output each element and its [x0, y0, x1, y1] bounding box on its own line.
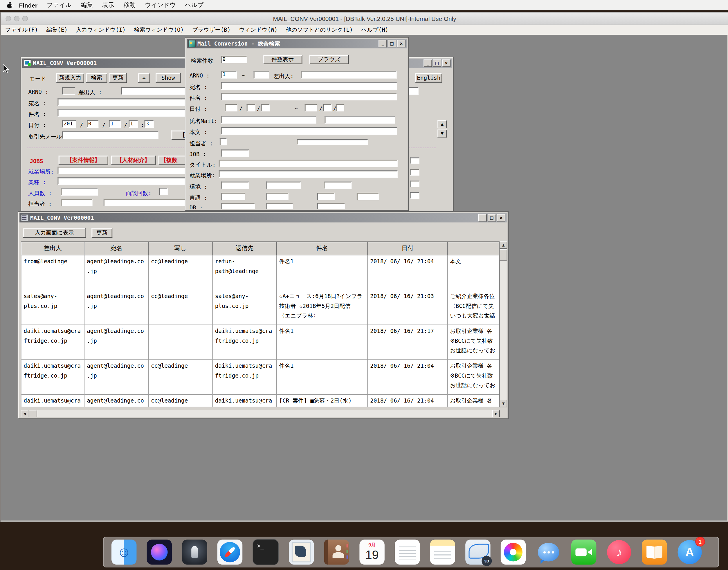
appmenu-browser[interactable]: ブラウザー(B): [188, 26, 235, 34]
close-button[interactable]: ×: [497, 214, 505, 222]
table-row[interactable]: daiki.uematsu@craftridge.co.jp agent@lea…: [21, 395, 499, 407]
menu-window[interactable]: ウインドウ: [140, 1, 180, 9]
header-body[interactable]: [448, 242, 499, 255]
swap-button[interactable]: ⇔: [138, 73, 150, 83]
sender-field[interactable]: [301, 71, 397, 79]
title-field[interactable]: [219, 160, 398, 167]
header-subject[interactable]: 件名: [277, 242, 368, 255]
name-mail-field-2[interactable]: [324, 116, 395, 123]
cell-addressee[interactable]: agent@leadinge.co.jp: [84, 360, 149, 395]
name-mail-field[interactable]: [221, 116, 316, 123]
staff-code-field[interactable]: [61, 199, 92, 206]
cell-addressee[interactable]: agent@leadinge.co.jp: [84, 395, 149, 407]
cell-subject[interactable]: 件名1: [277, 360, 368, 395]
cell-sender[interactable]: daiki.uematsu@craftridge.co.jp: [21, 360, 85, 395]
new-entry-button[interactable]: 新規入力: [56, 73, 84, 83]
browse-button[interactable]: ブラウズ: [309, 55, 349, 64]
addressee-field[interactable]: [221, 82, 397, 90]
headcount-field[interactable]: [61, 188, 98, 196]
notes-icon[interactable]: [430, 540, 455, 564]
lang-field-3[interactable]: [317, 193, 335, 200]
search-mode-button[interactable]: 検索: [86, 73, 107, 83]
lang-field-2[interactable]: [266, 193, 288, 200]
arno-from-field[interactable]: 1: [221, 71, 237, 79]
cell-addressee[interactable]: agent@leadinge.co.jp: [84, 325, 149, 360]
scroll-left-arrow[interactable]: ◀: [21, 410, 28, 417]
update-button[interactable]: 更新: [91, 228, 112, 238]
minimize-button[interactable]: _: [478, 214, 487, 222]
cell-subject[interactable]: ☆A+ニュース:6月18日?インフラ技術者 ☆2018年5月2日配信 〈エニプラ…: [277, 290, 368, 325]
job-intro-button[interactable]: 【人材紹介】: [111, 156, 156, 165]
appmenu-search-window[interactable]: 検索ウィンドウ(Q): [130, 26, 188, 34]
maximize-button[interactable]: □: [388, 40, 396, 48]
cell-date[interactable]: 2018/ 06/ 16/ 21:04: [368, 395, 448, 407]
maximize-button[interactable]: □: [433, 59, 441, 67]
arno-field[interactable]: [62, 87, 75, 95]
table-row[interactable]: daiki.uematsu@craftridge.co.jp agent@lea…: [21, 360, 499, 395]
hidden-field-fragment[interactable]: [410, 157, 420, 164]
count-display-button[interactable]: 件数表示: [263, 55, 302, 64]
photos-icon[interactable]: [501, 540, 526, 564]
scroll-up-button[interactable]: ▲: [438, 120, 447, 128]
body-field[interactable]: [221, 127, 397, 135]
siri-icon[interactable]: [147, 540, 172, 564]
calendar-icon[interactable]: 9月 19: [359, 540, 384, 564]
cell-cc[interactable]: cc@leadinge: [149, 395, 213, 407]
horizontal-scrollbar[interactable]: ◀ ▶: [21, 410, 500, 417]
db-field-2[interactable]: [266, 203, 293, 209]
finder-icon[interactable]: ☺: [111, 540, 137, 564]
hidden-field-fragment[interactable]: [410, 181, 420, 187]
header-cc[interactable]: 写し: [149, 242, 213, 255]
cell-subject[interactable]: 件名1: [277, 325, 368, 360]
music-icon[interactable]: ♪: [607, 540, 632, 564]
date-to-y[interactable]: [305, 104, 317, 111]
table-row[interactable]: sales@any-plus.co.jp agent@leadinge.co.j…: [21, 290, 499, 325]
minimize-traffic-light[interactable]: [14, 16, 19, 21]
cell-addressee[interactable]: agent@leadinge.co.jp: [84, 255, 149, 290]
appmenu-file[interactable]: ファイル(F): [1, 26, 42, 34]
messages-icon[interactable]: [536, 540, 561, 564]
cell-body[interactable]: お取引企業様 各 ※BCCにて失礼致 お世話になってお: [448, 325, 499, 360]
subject-field[interactable]: [221, 93, 397, 100]
app-titlebar[interactable]: MAIL_CONV Ver000001 - [DBTalk Ver.2.0.25…: [1, 12, 728, 25]
terminal-icon[interactable]: >_: [253, 539, 279, 565]
cell-body[interactable]: お取引企業様 各 ※BCCにて失礼致 お世話になってお: [448, 360, 499, 395]
db-field-1[interactable]: [221, 203, 255, 209]
cell-addressee[interactable]: agent@leadinge.co.jp: [84, 290, 149, 325]
cell-replyto[interactable]: sales@any-plus.co.jp: [213, 290, 277, 325]
cell-date[interactable]: 2018/ 06/ 16/ 21:17: [368, 325, 448, 360]
zoom-traffic-light[interactable]: [22, 16, 28, 21]
list-window-titlebar[interactable]: MAIL_CONV Ver000001 _ □ ×: [19, 213, 506, 222]
close-traffic-light[interactable]: [6, 16, 11, 21]
scroll-up-arrow[interactable]: ▲: [500, 242, 507, 249]
staff-check-field[interactable]: [220, 138, 227, 146]
cell-body[interactable]: ご紹介企業様各位 〈BCC配信にて失 いつも大変お世話: [448, 290, 499, 325]
cell-body[interactable]: 本文: [448, 255, 499, 290]
facetime-icon[interactable]: [571, 540, 596, 564]
cell-sender[interactable]: sales@any-plus.co.jp: [21, 290, 85, 325]
horizontal-scroll-thumb[interactable]: [29, 410, 37, 417]
job-info-button[interactable]: 【案件情報】: [59, 156, 108, 165]
header-addressee[interactable]: 宛名: [84, 242, 149, 255]
search-window-titlebar[interactable]: Mail Conversion - 総合検索 _ □ ×: [187, 39, 407, 48]
mail-icon[interactable]: [289, 540, 314, 564]
appmenu-window[interactable]: ウィンドウ(W): [235, 26, 282, 34]
update-mode-button[interactable]: 更新: [109, 73, 127, 83]
cell-date[interactable]: 2018/ 06/ 16/ 21:03: [368, 290, 448, 325]
launchpad-icon[interactable]: [182, 540, 207, 564]
app-store-icon[interactable]: A 1: [677, 540, 702, 564]
menu-edit[interactable]: 編集: [76, 1, 97, 9]
close-button[interactable]: ×: [442, 59, 451, 67]
books-icon[interactable]: [642, 540, 667, 564]
scroll-down-button[interactable]: ▼: [438, 129, 447, 137]
cell-sender[interactable]: daiki.uematsu@craftridge.co.jp: [21, 395, 85, 407]
cell-cc[interactable]: cc@leadinge: [149, 290, 213, 325]
db-field-3[interactable]: [317, 203, 345, 209]
show-button[interactable]: Show: [156, 73, 181, 83]
cell-cc[interactable]: [149, 325, 213, 360]
contacts-icon[interactable]: [324, 540, 349, 564]
minimize-button[interactable]: _: [424, 59, 432, 67]
lang-field-1[interactable]: [221, 193, 245, 200]
header-replyto[interactable]: 返信先: [213, 242, 277, 255]
textedit-icon[interactable]: [395, 540, 420, 564]
